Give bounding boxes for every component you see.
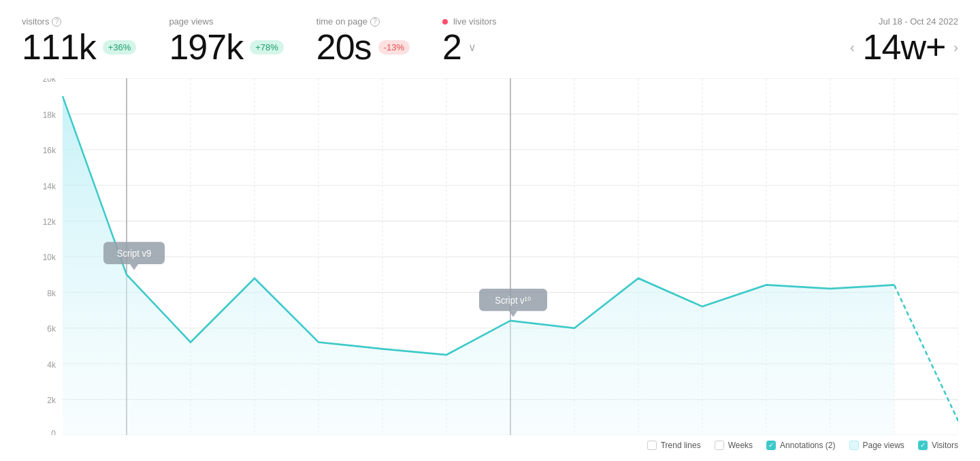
legend-annotations[interactable]: Annotations (2) — [766, 441, 835, 450]
chart-line-dashed — [894, 285, 958, 421]
date-range-block: Jul 18 - Oct 24 2022 ‹ 14w+ › — [850, 16, 958, 65]
annotations-label: Annotations (2) — [780, 441, 835, 450]
live-visitors-chevron-icon[interactable]: ∨ — [468, 41, 476, 54]
live-visitors-value: 2 — [442, 29, 461, 65]
live-visitors-label: live visitors — [442, 16, 497, 27]
svg-text:20k: 20k — [43, 78, 56, 84]
chart-container: 20k 18k 16k 14k 12k 10k 8k 6k 4k 2k 0 — [22, 78, 958, 435]
visitors-legend-label: Visitors — [932, 441, 958, 450]
svg-text:12k: 12k — [43, 217, 56, 227]
live-visitors-label-text: live visitors — [453, 16, 497, 27]
time-on-page-change-badge: -13% — [378, 40, 410, 54]
svg-text:18k: 18k — [43, 110, 56, 120]
chart-area: 20k 18k 16k 14k 12k 10k 8k 6k 4k 2k 0 — [22, 78, 958, 450]
visitors-label: visitors ? — [22, 16, 136, 27]
svg-text:2k: 2k — [47, 396, 56, 406]
time-on-page-metric: time on page ? 20s -13% — [316, 16, 410, 65]
svg-text:16k: 16k — [43, 146, 56, 156]
visitors-info-icon[interactable]: ? — [52, 17, 61, 27]
prev-period-button[interactable]: ‹ — [850, 39, 855, 55]
svg-text:0: 0 — [51, 429, 56, 435]
visitors-value: 111k — [22, 29, 96, 65]
live-visitors-metric: live visitors 2 ∨ — [442, 16, 497, 65]
visitors-metric: visitors ? 111k +36% — [22, 16, 136, 65]
next-period-button[interactable]: › — [953, 39, 958, 55]
svg-text:8k: 8k — [47, 288, 56, 298]
svg-marker-55 — [130, 264, 138, 270]
page-views-metric: page views 197k +78% — [169, 16, 283, 65]
live-dot-icon — [442, 19, 448, 25]
page-views-legend-color — [849, 441, 859, 450]
weeks-label: Weeks — [728, 441, 753, 450]
annotations-checkbox[interactable] — [766, 441, 776, 450]
trend-lines-label: Trend lines — [661, 441, 701, 450]
legend-weeks[interactable]: Weeks — [715, 441, 753, 450]
page-views-label: page views — [169, 16, 283, 27]
metrics-row: visitors ? 111k +36% page views 197k +78… — [22, 16, 958, 65]
trend-lines-checkbox[interactable] — [647, 441, 657, 450]
time-on-page-label: time on page ? — [316, 16, 410, 27]
legend-trend-lines[interactable]: Trend lines — [647, 441, 701, 450]
visitors-change-badge: +36% — [103, 40, 137, 54]
weeks-checkbox[interactable] — [715, 441, 724, 450]
legend-visitors[interactable]: Visitors — [918, 441, 958, 450]
time-on-page-info-icon[interactable]: ? — [370, 17, 380, 27]
date-range-label: Jul 18 - Oct 24 2022 — [879, 16, 958, 27]
chart-svg: 20k 18k 16k 14k 12k 10k 8k 6k 4k 2k 0 — [22, 78, 958, 435]
svg-text:6k: 6k — [47, 324, 56, 334]
svg-text:4k: 4k — [47, 360, 56, 370]
page-views-label-text: page views — [169, 16, 213, 27]
svg-text:14k: 14k — [43, 181, 56, 191]
page-views-change-badge: +78% — [250, 40, 284, 54]
visitors-checkbox[interactable] — [918, 441, 928, 450]
svg-text:10k: 10k — [43, 253, 56, 263]
legend-row: Trend lines Weeks Annotations (2) Page v… — [22, 435, 958, 450]
date-range-value: 14w+ — [863, 29, 946, 65]
svg-text:Script v9: Script v9 — [117, 248, 152, 259]
visitors-label-text: visitors — [22, 16, 49, 27]
chart-area-fill — [63, 96, 894, 435]
time-on-page-value: 20s — [316, 29, 372, 65]
page-views-value: 197k — [169, 29, 243, 65]
time-on-page-label-text: time on page — [316, 16, 368, 27]
svg-text:Script v¹⁰: Script v¹⁰ — [495, 295, 531, 306]
legend-page-views[interactable]: Page views — [849, 441, 904, 450]
page-views-legend-label: Page views — [863, 441, 904, 450]
